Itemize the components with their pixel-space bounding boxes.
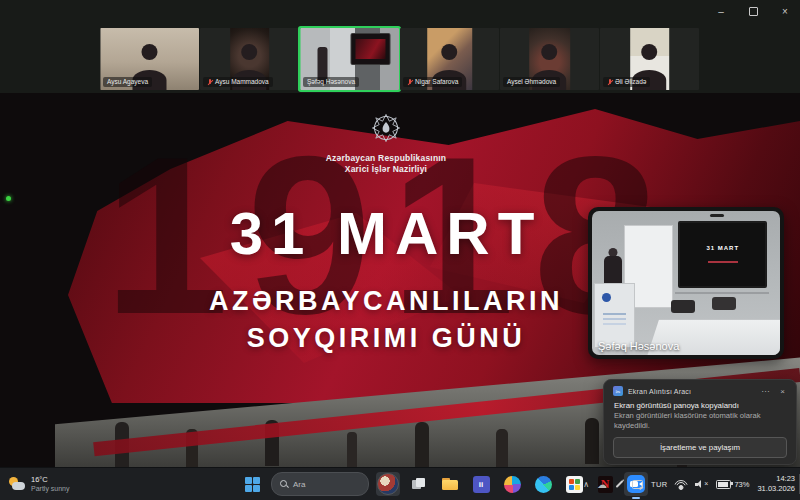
participant-name-label: Şəfəq Həsənova [303, 77, 359, 87]
podium [594, 283, 635, 348]
wall-shelf [675, 292, 769, 294]
minimize-button[interactable]: – [712, 4, 730, 18]
markup-share-button[interactable]: İşaretleme ve paylaşım [613, 437, 787, 458]
battery-percent: 73% [734, 480, 749, 489]
mic-off-icon [207, 79, 212, 86]
teams-icon: ii [473, 476, 490, 493]
participant-strip: Aysu Agayeva Aysu Mammadova Şəfəq Həsəno… [100, 28, 699, 90]
speaker-video-inset: 31 MART Şəfəq Həsənova [588, 207, 784, 359]
app-button-profile[interactable] [376, 472, 400, 496]
participant-name: Aysu Mammadova [215, 78, 269, 86]
start-button[interactable] [240, 472, 264, 496]
microsoft-365-icon [566, 476, 583, 493]
partly-sunny-icon [8, 477, 26, 491]
task-view-button[interactable] [407, 472, 431, 496]
participant-name-label: Aysu Mammadova [203, 77, 273, 87]
copilot-icon [504, 476, 521, 493]
ministry-name: Azərbaycan Respublikasının Xarici İşlər … [0, 153, 772, 175]
mfa-emblem-icon [369, 111, 403, 145]
round-app-icon [377, 473, 399, 495]
notification-app-title: Ekran Alıntısı Aracı [628, 388, 753, 395]
participant-tile[interactable]: Aysu Mammadova [200, 28, 299, 90]
taskbar-search[interactable]: Ara [271, 472, 369, 496]
participant-tile[interactable]: Aysel Əhmədova [500, 28, 599, 90]
restore-icon [749, 7, 758, 16]
edge-button[interactable] [531, 472, 555, 496]
task-view-icon [412, 478, 426, 490]
green-dot-indicator [6, 196, 11, 201]
classroom-scene: 31 MART [592, 211, 780, 355]
participant-tile[interactable]: Aysu Agayeva [100, 28, 199, 90]
tv-slide-title: 31 MART [706, 245, 739, 251]
participant-name-label: Aysu Agayeva [103, 77, 152, 87]
onedrive-cloud-icon[interactable]: ☁ [597, 479, 607, 490]
clock[interactable]: 14:23 31.03.2026 [757, 474, 795, 494]
weather-widget[interactable]: 16°C Partly sunny [8, 468, 70, 500]
weather-condition: Partly sunny [31, 485, 70, 493]
notification-header: ✂ Ekran Alıntısı Aracı ⋯ × [604, 380, 796, 399]
notification-close-button[interactable]: × [777, 387, 788, 396]
participant-name-label: Nigar Safarova [403, 77, 462, 87]
tv-camera [710, 214, 723, 217]
taskbar: 16°C Partly sunny Ara ii [0, 467, 800, 500]
ministry-line2: Xarici İşlər Nazirliyi [0, 164, 772, 175]
search-label: Ara [293, 480, 305, 489]
clock-date: 31.03.2026 [757, 484, 795, 494]
window-controls: – × [712, 4, 794, 18]
participant-name: Aysel Əhmədova [507, 78, 556, 86]
folder-icon [442, 478, 458, 490]
windows-logo-icon [245, 477, 260, 492]
edge-icon [535, 476, 552, 493]
meeting-top-bar: – × Aysu Agayeva Aysu Mammadova [0, 0, 800, 93]
snipping-tool-icon: ✂ [613, 386, 623, 396]
participant-tile[interactable]: Nigar Safarova [400, 28, 499, 90]
notification-submessage: Ekran görüntüleri klasörüne otomatik ola… [604, 410, 796, 432]
participant-name-label: Aysel Əhmədova [503, 77, 560, 87]
restore-button[interactable] [744, 4, 762, 18]
wifi-icon[interactable] [675, 480, 687, 489]
ministry-line1: Azərbaycan Respublikasının [0, 153, 772, 164]
teams-button[interactable]: ii [469, 472, 493, 496]
mic-off-icon [607, 79, 612, 86]
file-explorer-button[interactable] [438, 472, 462, 496]
participant-tile[interactable]: Şəfəq Həsənova [300, 28, 399, 90]
clock-time: 14:23 [757, 474, 795, 484]
pen-icon[interactable] [616, 480, 624, 488]
copilot-button[interactable] [500, 472, 524, 496]
chair [712, 297, 736, 310]
system-tray: ∧ ☁ TUR × 73% 14:23 31.03.2026 [583, 468, 795, 500]
notification-message: Ekran görüntüsü panoya kopyalandı [604, 399, 796, 410]
classroom-tv [351, 34, 389, 64]
snip-tray-icon[interactable] [632, 480, 643, 489]
mic-off-icon [407, 79, 412, 86]
search-icon [280, 480, 288, 488]
close-button[interactable]: × [776, 4, 794, 18]
weather-temp: 16°C [31, 475, 70, 485]
participant-name-label: Əli Əlizadə [603, 77, 650, 87]
participant-name: Nigar Safarova [415, 78, 458, 86]
speaker-muted-icon[interactable]: × [695, 480, 708, 489]
chair [671, 300, 695, 313]
battery-status[interactable]: 73% [716, 480, 749, 489]
participant-name: Şəfəq Həsənova [307, 78, 355, 86]
battery-icon [716, 480, 731, 489]
classroom-tv-screen: 31 MART [678, 221, 767, 288]
notification-more-button[interactable]: ⋯ [758, 387, 772, 396]
speaker-name-label: Şəfəq Həsənova [598, 340, 679, 352]
participant-name: Əli Əlizadə [615, 78, 646, 86]
keyboard-language[interactable]: TUR [651, 480, 667, 489]
snipping-tool-notification[interactable]: ✂ Ekran Alıntısı Aracı ⋯ × Ekran görüntü… [603, 379, 797, 465]
participant-name: Aysu Agayeva [107, 78, 148, 86]
tray-chevron-icon[interactable]: ∧ [583, 480, 589, 489]
participant-tile[interactable]: Əli Əlizadə [600, 28, 699, 90]
